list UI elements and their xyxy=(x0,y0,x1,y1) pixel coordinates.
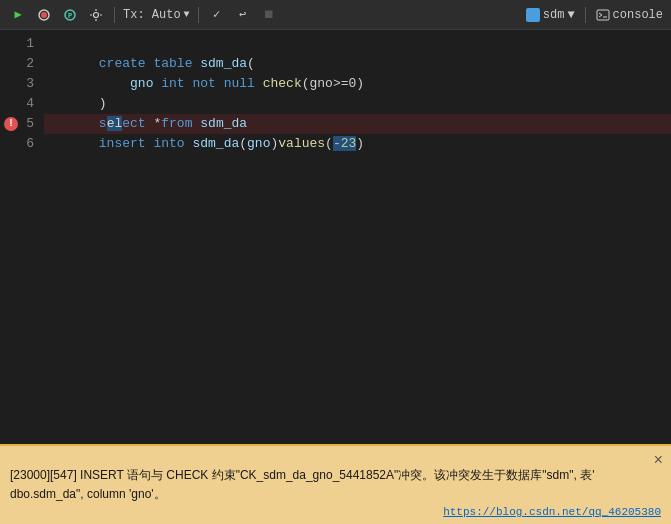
id-sdm-da-3: sdm_da xyxy=(192,136,239,151)
kw-from: from xyxy=(161,116,200,131)
svg-rect-5 xyxy=(597,10,609,20)
op-close: ) xyxy=(99,96,107,111)
line-number-4: 4 xyxy=(0,94,44,114)
kw-create: create xyxy=(99,56,154,71)
code-line-4: select *from sdm_da xyxy=(44,94,671,114)
record-button[interactable] xyxy=(34,5,54,25)
editor: 1 2 3 4 ! 5 6 create table sdm_da( gno i… xyxy=(0,30,671,444)
check-button[interactable]: ✓ xyxy=(207,5,227,25)
kw-ect: ect xyxy=(122,116,153,131)
tx-chevron: ▼ xyxy=(184,9,190,20)
console-icon xyxy=(596,8,610,22)
error-close-button[interactable]: × xyxy=(653,452,663,470)
line-numbers: 1 2 3 4 ! 5 6 xyxy=(0,30,44,444)
indent xyxy=(99,76,130,91)
line-number-1: 1 xyxy=(0,34,44,54)
id-sdm-da-2: sdm_da xyxy=(200,116,247,131)
db-selector[interactable]: sdm ▼ xyxy=(526,8,575,22)
op-vclose: ) xyxy=(356,136,364,151)
sel-el: el xyxy=(107,116,123,131)
line-number-6: 6 xyxy=(0,134,44,154)
error-panel: × [23000][547] INSERT 语句与 CHECK 约束"CK_sd… xyxy=(0,444,671,524)
db-chevron: ▼ xyxy=(567,8,574,22)
profile-button[interactable]: P xyxy=(60,5,80,25)
console-selector[interactable]: console xyxy=(596,8,663,22)
kw-int: int xyxy=(161,76,192,91)
op-check: (gno>=0) xyxy=(302,76,364,91)
error-message-1: [23000][547] INSERT 语句与 CHECK 约束"CK_sdm_… xyxy=(10,466,661,485)
line-number-5: ! 5 xyxy=(0,114,44,134)
error-message-2: dbo.sdm_da", column 'gno'。 xyxy=(10,485,661,504)
svg-point-4 xyxy=(94,12,99,17)
settings-button[interactable] xyxy=(86,5,106,25)
svg-point-1 xyxy=(41,12,47,18)
run-button[interactable]: ▶ xyxy=(8,5,28,25)
tx-text: Tx: Auto xyxy=(123,8,181,22)
op-paren2: ( xyxy=(239,136,247,151)
id-sdm-da: sdm_da xyxy=(200,56,247,71)
code-area[interactable]: create table sdm_da( gno int not null ch… xyxy=(44,30,671,444)
separator-1 xyxy=(114,7,115,23)
undo-button[interactable]: ↩ xyxy=(233,5,253,25)
db-icon xyxy=(526,8,540,22)
error-indicator: ! xyxy=(4,117,18,131)
db-name: sdm xyxy=(543,8,565,22)
toolbar: ▶ P Tx: Auto ▼ ✓ ↩ ⏹ sdm ▼ xyxy=(0,0,671,30)
kw-into: into xyxy=(153,136,192,151)
console-label: console xyxy=(613,8,663,22)
separator-2 xyxy=(198,7,199,23)
line-number-3: 3 xyxy=(0,74,44,94)
kw-select: s xyxy=(99,116,107,131)
svg-text:P: P xyxy=(68,12,72,20)
code-line-1: create table sdm_da( xyxy=(44,34,671,54)
kw-not: not xyxy=(192,76,223,91)
fn-values: values xyxy=(278,136,325,151)
op-vparen: ( xyxy=(325,136,333,151)
kw-insert: insert xyxy=(99,136,154,151)
toolbar-right: sdm ▼ console xyxy=(526,7,663,23)
tx-selector[interactable]: Tx: Auto ▼ xyxy=(123,8,190,22)
num-neg23: -23 xyxy=(333,136,356,151)
error-link[interactable]: https://blog.csdn.net/qq_46205380 xyxy=(443,506,661,518)
kw-table: table xyxy=(153,56,200,71)
fn-check: check xyxy=(263,76,302,91)
op-paren: ( xyxy=(247,56,255,71)
kw-null: null xyxy=(224,76,263,91)
separator-3 xyxy=(585,7,586,23)
stop-button[interactable]: ⏹ xyxy=(259,5,279,25)
id-gno-2: gno xyxy=(247,136,270,151)
line-number-2: 2 xyxy=(0,54,44,74)
id-gno: gno xyxy=(130,76,161,91)
